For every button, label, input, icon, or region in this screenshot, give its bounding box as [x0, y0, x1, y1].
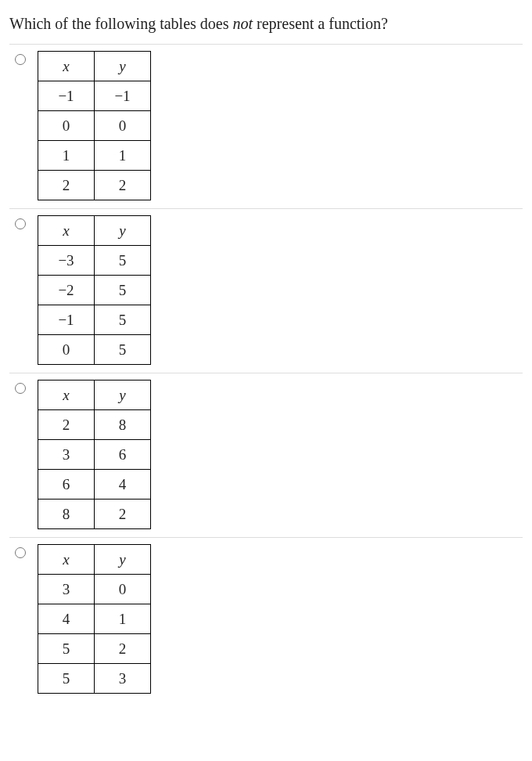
question-prefix: Which of the following tables does: [9, 15, 233, 32]
table-row: 28: [38, 410, 151, 440]
table-row: 22: [38, 171, 151, 200]
header-y: y: [95, 545, 151, 575]
option-1[interactable]: xy −1−1 00 11 22: [9, 44, 523, 208]
table-row: 11: [38, 141, 151, 171]
table-row: 05: [38, 335, 151, 365]
table-row: 36: [38, 440, 151, 470]
table-row: 30: [38, 575, 151, 604]
table-row: −15: [38, 305, 151, 335]
question-suffix: represent a function?: [253, 15, 388, 32]
question-emphasis: not: [233, 15, 253, 32]
table-option-4: xy 30 41 52 53: [31, 544, 523, 694]
header-x: x: [38, 380, 95, 410]
radio-option-1[interactable]: [15, 54, 26, 65]
table-row: 82: [38, 500, 151, 529]
header-y: y: [95, 380, 151, 410]
table-row: −1−1: [38, 81, 151, 111]
header-x: x: [38, 545, 95, 575]
question-text: Which of the following tables does not r…: [9, 13, 523, 34]
table-option-3: xy 28 36 64 82: [31, 380, 523, 529]
table-row: 64: [38, 470, 151, 500]
table-row: 00: [38, 111, 151, 141]
table-option-1: xy −1−1 00 11 22: [31, 51, 523, 200]
header-x: x: [38, 52, 95, 81]
table-row: −35: [38, 246, 151, 276]
option-3[interactable]: xy 28 36 64 82: [9, 373, 523, 537]
table-row: 53: [38, 664, 151, 694]
table-option-2: xy −35 −25 −15 05: [31, 215, 523, 365]
radio-option-2[interactable]: [15, 218, 26, 229]
radio-option-3[interactable]: [15, 383, 26, 394]
header-y: y: [95, 52, 151, 81]
option-4[interactable]: xy 30 41 52 53: [9, 537, 523, 701]
radio-option-4[interactable]: [15, 547, 26, 558]
header-y: y: [95, 216, 151, 246]
option-2[interactable]: xy −35 −25 −15 05: [9, 208, 523, 373]
table-row: 41: [38, 604, 151, 634]
header-x: x: [38, 216, 95, 246]
table-row: −25: [38, 276, 151, 305]
table-row: 52: [38, 634, 151, 664]
